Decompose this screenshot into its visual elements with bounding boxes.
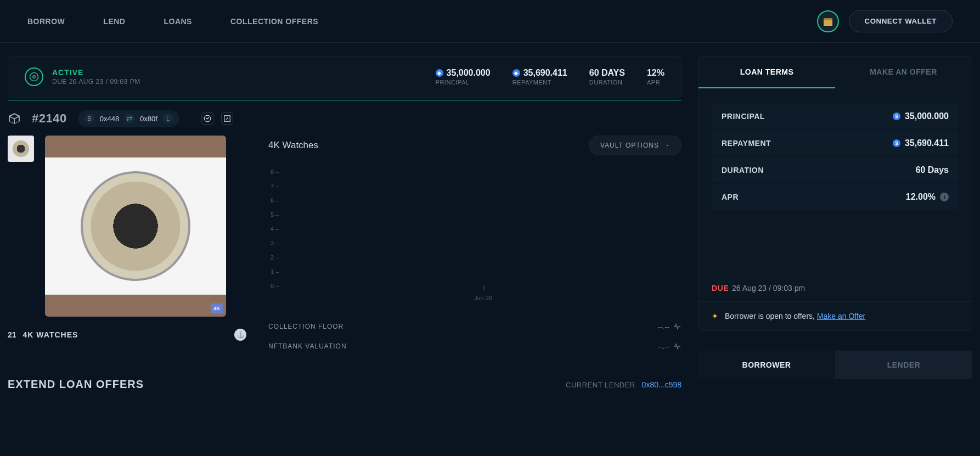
chart-title: 4K Watches bbox=[268, 140, 318, 151]
metric-duration: 60 DAYS DURATION bbox=[589, 68, 625, 86]
active-status-icon bbox=[25, 67, 43, 86]
info-icon[interactable]: i bbox=[940, 193, 949, 201]
asset-collection-title: 4K WATCHES bbox=[23, 330, 78, 339]
svg-rect-1 bbox=[824, 18, 832, 20]
lender-address[interactable]: 0x80f bbox=[140, 115, 157, 123]
nav-loans[interactable]: LOANS bbox=[164, 17, 192, 26]
top-navbar: BORROW LEND LOANS COLLECTION OFFERS CONN… bbox=[0, 0, 980, 43]
offer-note: ✦ Borrower is open to offers, Make an Of… bbox=[699, 301, 972, 330]
thumbnail[interactable] bbox=[8, 136, 34, 162]
currency-icon: $ bbox=[893, 112, 900, 120]
asset-header: #2140 B 0x448 ⇄ 0x80f L bbox=[8, 110, 682, 127]
extend-offers-header: EXTEND LOAN OFFERS CURRENT LENDER 0x80..… bbox=[8, 356, 682, 402]
profile-avatar[interactable] bbox=[817, 10, 839, 32]
nav-collection-offers[interactable]: COLLECTION OFFERS bbox=[230, 17, 318, 26]
loan-terms-panel: LOAN TERMS MAKE AN OFFER PRINCIPAL $35,0… bbox=[698, 56, 972, 331]
package-icon bbox=[8, 112, 21, 125]
current-lender-label: CURRENT LENDER bbox=[566, 381, 635, 389]
currency-icon: ◈ bbox=[512, 69, 520, 77]
term-duration: DURATION 60 Days bbox=[712, 157, 959, 183]
link-icon: ⇄ bbox=[125, 114, 134, 123]
term-principal: PRINCIPAL $35,000.000 bbox=[712, 104, 959, 129]
lender-badge: L bbox=[163, 114, 173, 123]
term-repayment: REPAYMENT $35,690.411 bbox=[712, 131, 959, 156]
vault-options-button[interactable]: VAULT OPTIONS bbox=[589, 136, 682, 155]
nav-borrow[interactable]: BORROW bbox=[27, 17, 65, 26]
collection-floor-row: COLLECTION FLOOR --.-- bbox=[268, 317, 682, 336]
image-column: 4K 21 4K WATCHES ⚓ bbox=[8, 136, 246, 356]
pulse-icon bbox=[673, 322, 682, 331]
chart-icon[interactable] bbox=[201, 112, 213, 125]
tab-lender[interactable]: LENDER bbox=[835, 351, 972, 379]
chevron-down-icon bbox=[664, 143, 670, 148]
due-date-line: DUE26 Aug 23 / 09:03 pm bbox=[699, 218, 972, 301]
price-chart[interactable]: 8 7 6 5 4 3 2 1 0 | Jun 26 bbox=[285, 168, 682, 289]
metric-repayment: ◈35,690.411 REPAYMENT bbox=[512, 68, 567, 86]
panel-tabs: LOAN TERMS MAKE AN OFFER bbox=[699, 57, 972, 88]
tab-make-offer[interactable]: MAKE AN OFFER bbox=[835, 57, 972, 88]
currency-icon: $ bbox=[893, 139, 900, 147]
chart-column: 4K Watches VAULT OPTIONS 8 7 6 5 4 3 2 bbox=[268, 136, 682, 356]
status-label: ACTIVE bbox=[52, 68, 140, 77]
loan-status-bar: ACTIVE DUE 26 AUG 23 / 09:03 PM ◈35,000.… bbox=[8, 56, 682, 98]
right-controls: CONNECT WALLET bbox=[817, 10, 953, 32]
connect-wallet-button[interactable]: CONNECT WALLET bbox=[849, 10, 953, 32]
asset-id: #2140 bbox=[32, 111, 67, 126]
metric-apr: 12% APR bbox=[647, 68, 664, 86]
borrower-lender-tabs: BORROWER LENDER bbox=[698, 351, 972, 379]
asset-actions bbox=[201, 112, 233, 125]
tab-loan-terms[interactable]: LOAN TERMS bbox=[699, 57, 835, 88]
borrower-address[interactable]: 0x448 bbox=[100, 115, 119, 123]
extend-title: EXTEND LOAN OFFERS bbox=[8, 378, 144, 391]
tab-borrower[interactable]: BORROWER bbox=[698, 351, 835, 379]
term-apr: APR 12.00%i bbox=[712, 184, 959, 210]
pulse-icon bbox=[673, 342, 682, 351]
address-pill: B 0x448 ⇄ 0x80f L bbox=[78, 110, 179, 127]
nftbank-valuation-row: NFTBANK VALUATION --.-- bbox=[268, 336, 682, 356]
x-axis-label: Jun 26 bbox=[474, 295, 492, 301]
4k-badge-icon: 4K bbox=[211, 303, 223, 313]
make-offer-link[interactable]: Make an Offer bbox=[817, 312, 865, 320]
x-tick: | bbox=[483, 284, 485, 290]
opensea-icon[interactable]: ⚓ bbox=[234, 329, 246, 341]
main-nav: BORROW LEND LOANS COLLECTION OFFERS bbox=[27, 17, 318, 26]
metric-principal: ◈35,000.000 PRINCIPAL bbox=[436, 68, 491, 86]
nav-lend[interactable]: LEND bbox=[103, 17, 125, 26]
svg-point-2 bbox=[33, 76, 36, 78]
asset-count: 21 bbox=[8, 330, 16, 339]
current-lender-address[interactable]: 0x80...c598 bbox=[642, 380, 682, 389]
divider bbox=[8, 100, 682, 100]
asset-image[interactable]: 4K bbox=[45, 136, 226, 317]
currency-icon: ◈ bbox=[436, 69, 443, 77]
expand-icon[interactable] bbox=[221, 112, 233, 125]
sparkle-icon: ✦ bbox=[712, 312, 718, 320]
chest-icon bbox=[821, 15, 835, 28]
status-due: DUE 26 AUG 23 / 09:03 PM bbox=[52, 78, 140, 86]
y-axis: 8 7 6 5 4 3 2 1 0 bbox=[271, 168, 279, 289]
borrower-badge: B bbox=[85, 114, 94, 123]
